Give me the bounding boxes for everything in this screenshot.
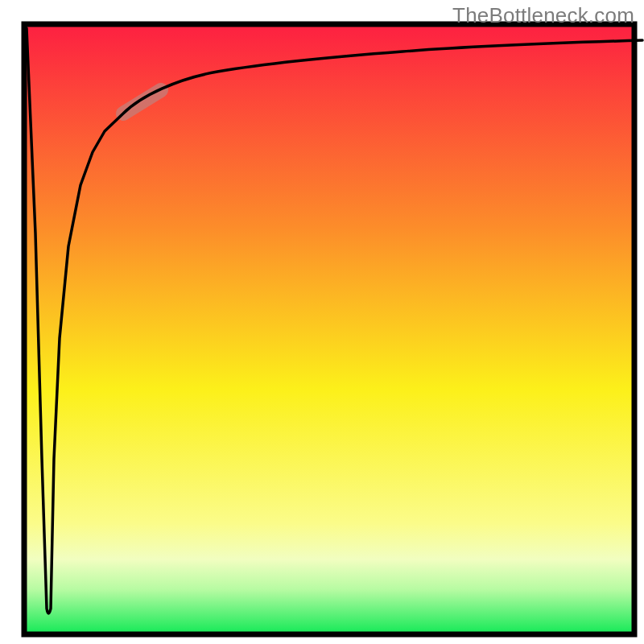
- watermark-text: TheBottleneck.com: [452, 3, 634, 28]
- chart-container: TheBottleneck.com: [0, 0, 644, 644]
- chart-svg: [0, 0, 644, 644]
